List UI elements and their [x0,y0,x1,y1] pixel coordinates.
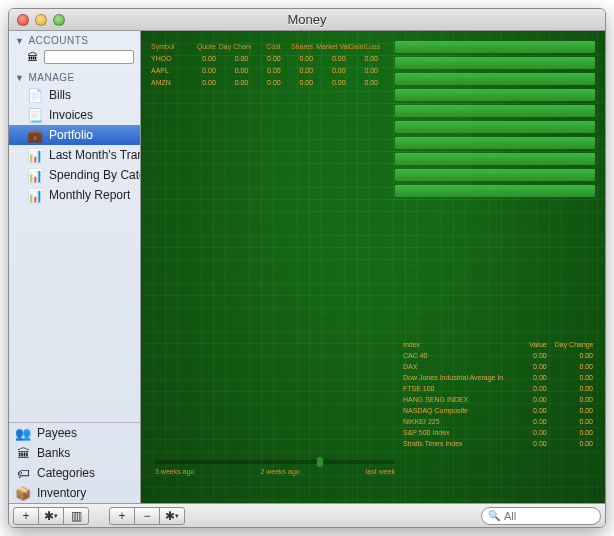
main-add-button[interactable]: + [109,507,135,525]
index-row[interactable]: FTSE 1000.000.00 [403,383,593,394]
chevron-down-icon: ▾ [175,512,179,520]
main-remove-button[interactable]: − [134,507,160,525]
main-action-button[interactable]: ✱▾ [159,507,185,525]
disclosure-triangle-icon[interactable]: ▼ [15,73,24,83]
sidebar-item-label: Last Month's Tran [49,148,140,162]
chevron-down-icon: ▾ [54,512,58,520]
search-input[interactable] [504,510,594,522]
zoom-window-button[interactable] [53,14,65,26]
timeline-slider[interactable] [155,460,395,464]
sidebar-item-label: Bills [49,88,71,102]
index-row[interactable]: CAC 400.000.00 [403,350,593,361]
window-controls [9,14,65,26]
sidebar-item-inventory-icon: 📦 [15,485,31,501]
portfolio-bar-chart [395,41,595,201]
sidebar-item-categories-icon: 🏷 [15,465,31,481]
portfolio-row[interactable]: YHOO0.000.000.000.000.000.00 [151,53,381,65]
sidebar-item-last-months-transactions[interactable]: 📊Last Month's Tran [9,145,140,165]
sidebar-item-categories[interactable]: 🏷Categories [9,463,140,483]
window-title: Money [9,12,605,27]
sidebar-item-label: Banks [37,446,70,460]
sidebar-item-payees-icon: 👥 [15,425,31,441]
titlebar[interactable]: Money [9,9,605,31]
index-row[interactable]: Dow Jones Industrial Average In0.000.00 [403,372,593,383]
sidebar-item-label: Monthly Report [49,188,130,202]
chart-bar [395,41,595,53]
sidebar-item-bills[interactable]: 📄Bills [9,85,140,105]
chart-bar [395,169,595,181]
chart-bar [395,105,595,117]
sidebar-item-banks-icon: 🏛 [15,445,31,461]
sidebar-item-banks[interactable]: 🏛Banks [9,443,140,463]
chart-bar [395,73,595,85]
chart-bar [395,57,595,69]
disclosure-triangle-icon[interactable]: ▼ [15,36,24,46]
sidebar-section-manage[interactable]: ▼ MANAGE [9,68,140,85]
sidebar-item-spending-by-category[interactable]: 📊Spending By Cate [9,165,140,185]
sidebar-item-label: Spending By Cate [49,168,140,182]
sidebar-item-monthly-report-icon: 📊 [27,187,43,203]
sidebar-section-accounts[interactable]: ▼ ACCOUNTS [9,31,140,48]
index-row[interactable]: DAX0.000.00 [403,361,593,372]
sidebar-item-invoices-icon: 📃 [27,107,43,123]
index-row[interactable]: HANG SENG INDEX0.000.00 [403,394,593,405]
sidebar-item-label: Invoices [49,108,93,122]
main-content: SymbolQuoteDay ChangeCostSharesMarket Va… [141,31,605,503]
sidebar-account-row[interactable]: 🏛 [9,48,140,68]
sidebar-item-portfolio-icon: 💼 [27,127,43,143]
sidebar-item-inventory[interactable]: 📦Inventory [9,483,140,503]
sidebar-item-bills-icon: 📄 [27,87,43,103]
sidebar-item-label: Payees [37,426,77,440]
sidebar-item-label: Portfolio [49,128,93,142]
sidebar-add-button[interactable]: + [13,507,39,525]
sidebar: ▼ ACCOUNTS 🏛 ▼ MANAGE 📄Bills📃Invoices💼Po… [9,31,141,503]
app-window: Money ▼ ACCOUNTS 🏛 ▼ MANAGE 📄Bills📃Invoi… [8,8,606,528]
index-row[interactable]: Straits Times Index0.000.00 [403,438,593,449]
sidebar-item-label: Inventory [37,486,86,500]
market-indices-table: Index Value Day Change CAC 400.000.00DAX… [403,339,593,449]
search-field[interactable]: 🔍 [481,507,601,525]
portfolio-row[interactable]: AMZN0.000.000.000.000.000.00 [151,77,381,89]
sidebar-item-last-months-transactions-icon: 📊 [27,147,43,163]
index-row[interactable]: NIKKEI 2250.000.00 [403,416,593,427]
account-name-field[interactable] [44,50,134,64]
bottom-toolbar: + ✱▾ ▥ + − ✱▾ 🔍 [9,503,605,527]
index-row[interactable]: NASDAQ Composite0.000.00 [403,405,593,416]
chart-bar [395,121,595,133]
sidebar-item-spending-by-category-icon: 📊 [27,167,43,183]
index-row[interactable]: S&P 500 Index0.000.00 [403,427,593,438]
search-icon: 🔍 [488,510,500,521]
sidebar-item-label: Categories [37,466,95,480]
chart-bar [395,185,595,197]
sidebar-item-payees[interactable]: 👥Payees [9,423,140,443]
sidebar-item-invoices[interactable]: 📃Invoices [9,105,140,125]
portfolio-holdings-table: SymbolQuoteDay ChangeCostSharesMarket Va… [151,41,381,89]
sidebar-bottom-section: 👥Payees🏛Banks🏷Categories📦Inventory [9,422,140,503]
minimize-window-button[interactable] [35,14,47,26]
sidebar-action-button[interactable]: ✱▾ [38,507,64,525]
close-window-button[interactable] [17,14,29,26]
chart-bar [395,89,595,101]
sidebar-item-portfolio[interactable]: 💼Portfolio [9,125,140,145]
sidebar-toggle-button[interactable]: ▥ [63,507,89,525]
timeline: 3 weeks ago 2 weeks ago last week [155,460,395,475]
chart-bar [395,137,595,149]
bank-icon: 🏛 [27,51,38,63]
chart-bar [395,153,595,165]
window-body: ▼ ACCOUNTS 🏛 ▼ MANAGE 📄Bills📃Invoices💼Po… [9,31,605,503]
sidebar-item-monthly-report[interactable]: 📊Monthly Report [9,185,140,205]
portfolio-row[interactable]: AAPL0.000.000.000.000.000.00 [151,65,381,77]
